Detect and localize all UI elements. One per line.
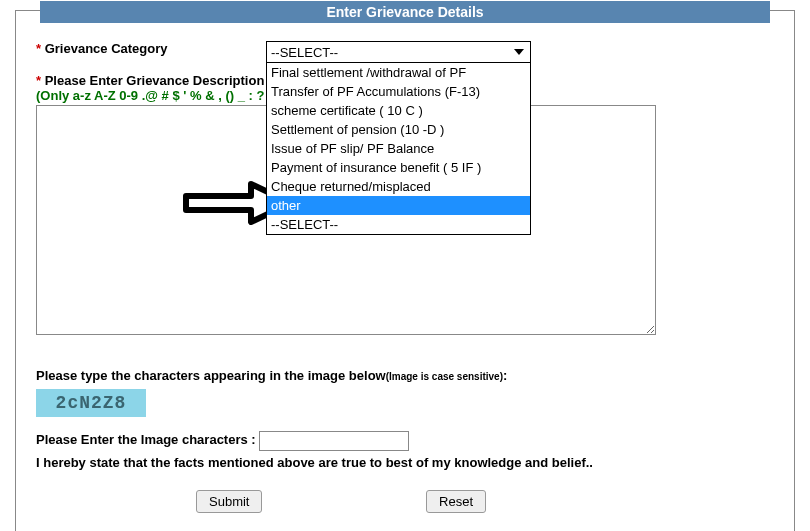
required-asterisk: * — [36, 41, 41, 56]
allowed-chars-hint: (Only a-z A-Z 0-9 .@ # $ ' % & , () _ : … — [36, 88, 264, 103]
category-label: Grievance Category — [45, 41, 168, 56]
declaration-text: I hereby state that the facts mentioned … — [36, 455, 774, 470]
dropdown-option[interactable]: Transfer of PF Accumulations (F-13) — [267, 82, 530, 101]
description-label: Please Enter Grievance Description : — [45, 73, 273, 88]
dropdown-option[interactable]: Settlement of pension (10 -D ) — [267, 120, 530, 139]
reset-button[interactable]: Reset — [426, 490, 486, 513]
dropdown-option[interactable]: Payment of insurance benefit ( 5 IF ) — [267, 158, 530, 177]
category-select[interactable]: --SELECT-- — [266, 41, 531, 63]
captcha-input[interactable] — [259, 431, 409, 451]
category-selected-value: --SELECT-- — [271, 45, 338, 60]
dropdown-option[interactable]: scheme certificate ( 10 C ) — [267, 101, 530, 120]
dropdown-option[interactable]: Cheque returned/misplaced — [267, 177, 530, 196]
category-row: * Grievance Category --SELECT-- Final se… — [36, 41, 774, 63]
chevron-down-icon — [514, 49, 524, 55]
dropdown-option[interactable]: other — [267, 196, 530, 215]
form-container: Enter Grievance Details * Grievance Cate… — [15, 10, 795, 531]
dropdown-option[interactable]: --SELECT-- — [267, 215, 530, 234]
submit-button[interactable]: Submit — [196, 490, 262, 513]
page-title: Enter Grievance Details — [40, 1, 770, 23]
dropdown-option[interactable]: Final settlement /withdrawal of PF — [267, 63, 530, 82]
category-dropdown-list: Final settlement /withdrawal of PFTransf… — [266, 63, 531, 235]
dropdown-option[interactable]: Issue of PF slip/ PF Balance — [267, 139, 530, 158]
captcha-input-label: Please Enter the Image characters : — [36, 432, 256, 447]
required-asterisk: * — [36, 73, 41, 88]
captcha-image: 2cN2Z8 — [36, 389, 146, 417]
captcha-instruction: Please type the characters appearing in … — [36, 368, 774, 383]
